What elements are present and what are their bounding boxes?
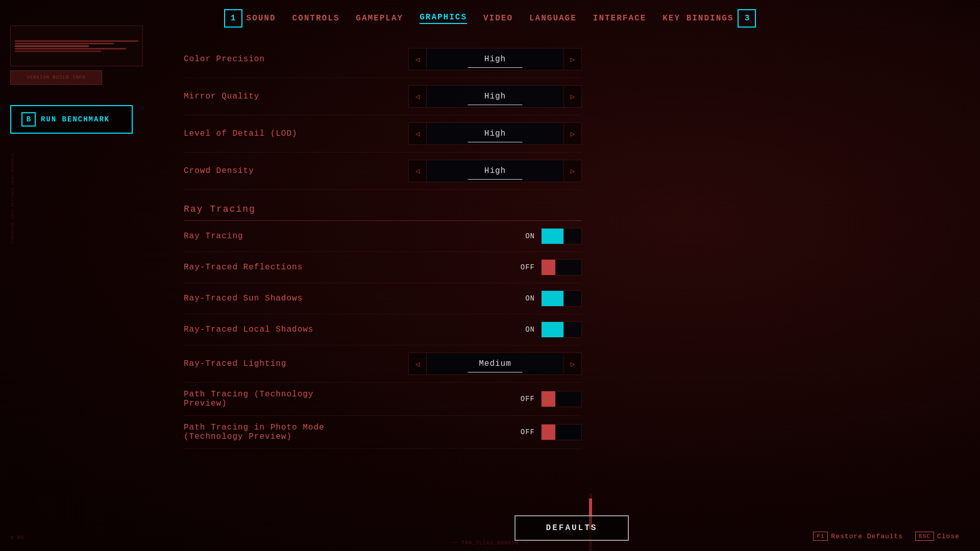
defaults-button[interactable]: DEFAULTS — [514, 515, 629, 541]
logo-line-2 — [15, 43, 114, 44]
left-panel: VERSION BUILD INFO B RUN BENCHMARK — [10, 26, 174, 134]
color-precision-row: Color Precision ◁ High ▷ — [184, 41, 582, 78]
nav-badge-left: 1 — [224, 9, 242, 28]
ray-tracing-title: Ray Tracing — [184, 204, 256, 214]
nav-interface[interactable]: INTERFACE — [593, 14, 646, 23]
lod-right[interactable]: ▷ — [564, 122, 582, 145]
path-tracing-toggle[interactable] — [541, 391, 582, 407]
right-decoration: ▷ — [967, 102, 970, 108]
build-text: TRN_TLCAS_B00098 — [461, 540, 519, 546]
mirror-quality-control: ◁ High ▷ — [408, 85, 582, 108]
rt-sun-shadows-state: ON — [517, 294, 535, 303]
nav-sound[interactable]: SOUND — [247, 14, 276, 23]
color-precision-left[interactable]: ◁ — [408, 48, 427, 70]
right-deco-arrow: ▷ — [967, 103, 970, 108]
rt-reflections-state: OFF — [517, 263, 535, 271]
rt-sun-shadows-label: Ray-Traced Sun Shadows — [184, 294, 347, 303]
rt-local-shadows-label: Ray-Traced Local Shadows — [184, 325, 347, 334]
version-info: V 85 — [10, 535, 23, 541]
benchmark-key: B — [21, 112, 36, 127]
main-content: Color Precision ◁ High ▷ Mirror Quality … — [184, 41, 960, 510]
lod-control: ◁ High ▷ — [408, 122, 582, 145]
ray-tracing-row: Ray Tracing ON — [184, 221, 582, 252]
nav-badge-right: 3 — [738, 9, 756, 28]
path-tracing-control: OFF — [408, 391, 582, 407]
rt-lighting-value: Medium — [427, 353, 564, 375]
logo-line-1 — [15, 40, 138, 42]
color-precision-value: High — [427, 48, 564, 70]
build-info: ── TRN_TLCAS_B00098 ── — [451, 540, 529, 546]
mirror-quality-label: Mirror Quality — [184, 92, 347, 101]
path-tracing-photo-label: Path Tracing in Photo Mode (Technology P… — [184, 423, 347, 441]
rt-local-shadows-toggle[interactable] — [541, 321, 582, 338]
rt-lighting-row: Ray-Traced Lighting ◁ Medium ▷ — [184, 345, 582, 383]
mirror-quality-row: Mirror Quality ◁ High ▷ — [184, 78, 582, 115]
rt-local-shadows-row: Ray-Traced Local Shadows ON — [184, 314, 582, 345]
nav-video[interactable]: VIDEO — [483, 14, 513, 23]
rt-reflections-row: Ray-Traced Reflections OFF — [184, 252, 582, 283]
rt-local-shadows-state: ON — [517, 325, 535, 334]
benchmark-label: RUN BENCHMARK — [41, 115, 110, 123]
build-prefix: ── — [451, 540, 461, 546]
ray-tracing-state: ON — [517, 232, 535, 240]
crowd-density-control: ◁ High ▷ — [408, 160, 582, 182]
rt-lighting-left[interactable]: ◁ — [408, 353, 427, 375]
ray-tracing-label: Ray Tracing — [184, 232, 347, 241]
rt-lighting-label: Ray-Traced Lighting — [184, 359, 347, 368]
ray-tracing-toggle[interactable] — [541, 228, 582, 244]
restore-key: F1 — [813, 532, 828, 541]
ray-tracing-section: Ray Tracing — [184, 194, 582, 221]
game-logo — [10, 26, 143, 66]
build-suffix: ── — [522, 540, 529, 546]
rt-sun-shadows-row: Ray-Traced Sun Shadows ON — [184, 283, 582, 314]
color-precision-label: Color Precision — [184, 55, 347, 64]
close-label: Close — [937, 533, 960, 540]
version-text: VERSION BUILD INFO — [27, 75, 85, 80]
rt-reflections-toggle[interactable] — [541, 259, 582, 276]
bottom-hints: F1 Restore Defaults ESC Close — [813, 532, 960, 541]
crowd-density-value: High — [427, 160, 564, 182]
rt-lighting-right[interactable]: ▷ — [564, 353, 582, 375]
mirror-quality-left[interactable]: ◁ — [408, 85, 427, 108]
nav-keybindings[interactable]: KEY BINDINGS — [663, 14, 733, 23]
rt-lighting-control: ◁ Medium ▷ — [408, 353, 582, 375]
lod-left[interactable]: ◁ — [408, 122, 427, 145]
rt-sun-shadows-control: ON — [408, 290, 582, 307]
rt-sun-shadows-toggle[interactable] — [541, 290, 582, 307]
color-precision-right[interactable]: ▷ — [564, 48, 582, 70]
color-precision-control: ◁ High ▷ — [408, 48, 582, 70]
close-key: ESC — [915, 532, 934, 541]
logo-line-5 — [15, 51, 101, 52]
lod-row: Level of Detail (LOD) ◁ High ▷ — [184, 115, 582, 153]
nav-items: SOUND CONTROLS GAMEPLAY GRAPHICS VIDEO L… — [247, 13, 734, 24]
crowd-density-left[interactable]: ◁ — [408, 160, 427, 182]
nav-graphics[interactable]: GRAPHICS — [420, 13, 467, 24]
benchmark-button[interactable]: B RUN BENCHMARK — [10, 105, 133, 134]
nav-gameplay[interactable]: GAMEPLAY — [356, 14, 403, 23]
version-badge: VERSION BUILD INFO — [10, 70, 102, 85]
settings-container: Color Precision ◁ High ▷ Mirror Quality … — [184, 41, 582, 449]
mirror-quality-right[interactable]: ▷ — [564, 85, 582, 108]
rt-local-shadows-control: ON — [408, 321, 582, 338]
deco-text: CYBERPUNK 2077 SETTINGS MENU GRAPHICS — [10, 153, 15, 244]
path-tracing-photo-control: OFF — [408, 424, 582, 440]
rt-reflections-control: OFF — [408, 259, 582, 276]
path-tracing-row: Path Tracing (Technology Preview) OFF — [184, 383, 582, 416]
logo-line-4 — [15, 48, 126, 49]
left-decoration: CYBERPUNK 2077 SETTINGS MENU GRAPHICS — [10, 153, 17, 408]
crowd-density-row: Crowd Density ◁ High ▷ — [184, 153, 582, 190]
nav-controls[interactable]: CONTROLS — [292, 14, 340, 23]
mirror-quality-value: High — [427, 85, 564, 108]
path-tracing-photo-toggle[interactable] — [541, 424, 582, 440]
ray-tracing-control: ON — [408, 228, 582, 244]
lod-label: Level of Detail (LOD) — [184, 129, 347, 138]
close-hint: ESC Close — [915, 532, 960, 541]
path-tracing-state: OFF — [517, 395, 535, 403]
path-tracing-label: Path Tracing (Technology Preview) — [184, 390, 347, 408]
crowd-density-right[interactable]: ▷ — [564, 160, 582, 182]
nav-language[interactable]: LANGUAGE — [529, 14, 577, 23]
restore-defaults-hint: F1 Restore Defaults — [813, 532, 903, 541]
logo-line-3 — [15, 45, 89, 47]
path-tracing-photo-row: Path Tracing in Photo Mode (Technology P… — [184, 416, 582, 449]
restore-label: Restore Defaults — [831, 533, 903, 540]
